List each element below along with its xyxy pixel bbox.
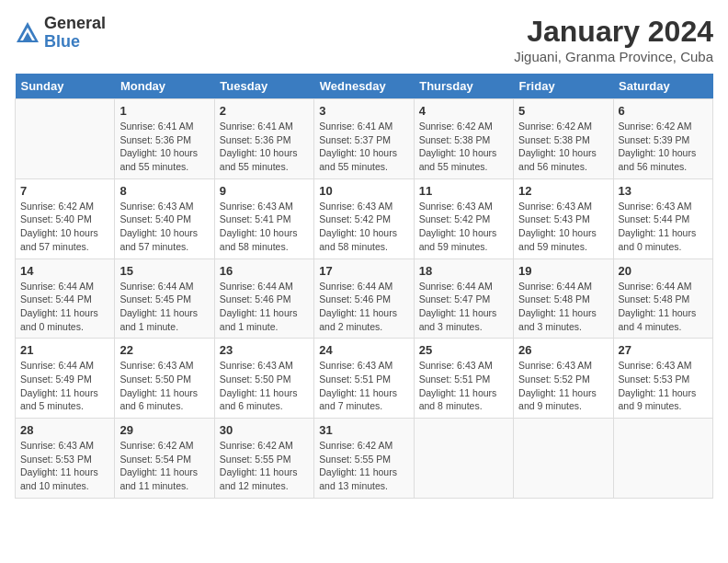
- day-info: Sunrise: 6:43 AMSunset: 5:51 PMDaylight:…: [419, 359, 508, 413]
- day-number: 12: [518, 184, 608, 198]
- location: Jiguani, Granma Province, Cuba: [514, 49, 713, 64]
- day-number: 29: [119, 423, 209, 437]
- day-number: 15: [119, 264, 209, 278]
- day-number: 17: [319, 264, 408, 278]
- logo: General Blue: [15, 15, 106, 52]
- logo-blue-label: Blue: [44, 33, 106, 52]
- calendar-table: SundayMondayTuesdayWednesdayThursdayFrid…: [15, 74, 713, 499]
- day-number: 9: [220, 184, 309, 198]
- day-info: Sunrise: 6:44 AMSunset: 5:46 PMDaylight:…: [220, 280, 309, 334]
- week-row-1: 1Sunrise: 6:41 AMSunset: 5:36 PMDaylight…: [16, 99, 713, 179]
- day-cell: 8Sunrise: 6:43 AMSunset: 5:40 PMDaylight…: [115, 178, 214, 259]
- page-header: General Blue January 2024 Jiguani, Granm…: [15, 15, 713, 64]
- day-info: Sunrise: 6:42 AMSunset: 5:55 PMDaylight:…: [220, 439, 309, 493]
- day-header-saturday: Saturday: [613, 74, 712, 99]
- day-cell: 10Sunrise: 6:43 AMSunset: 5:42 PMDayligh…: [314, 178, 414, 259]
- day-cell: 30Sunrise: 6:42 AMSunset: 5:55 PMDayligh…: [214, 419, 313, 499]
- day-info: Sunrise: 6:43 AMSunset: 5:53 PMDaylight:…: [619, 359, 708, 413]
- day-number: 25: [419, 343, 508, 357]
- day-cell: 16Sunrise: 6:44 AMSunset: 5:46 PMDayligh…: [214, 259, 313, 339]
- day-number: 8: [119, 184, 209, 198]
- day-number: 11: [419, 184, 508, 198]
- day-info: Sunrise: 6:43 AMSunset: 5:42 PMDaylight:…: [319, 200, 408, 254]
- day-cell: 24Sunrise: 6:43 AMSunset: 5:51 PMDayligh…: [314, 339, 414, 419]
- day-number: 31: [319, 423, 408, 437]
- day-header-wednesday: Wednesday: [314, 74, 414, 99]
- day-cell: 6Sunrise: 6:42 AMSunset: 5:39 PMDaylight…: [613, 99, 712, 179]
- day-info: Sunrise: 6:43 AMSunset: 5:44 PMDaylight:…: [619, 200, 708, 254]
- day-number: 22: [119, 343, 209, 357]
- day-info: Sunrise: 6:44 AMSunset: 5:48 PMDaylight:…: [619, 280, 708, 334]
- day-number: 4: [419, 104, 508, 118]
- day-cell: 1Sunrise: 6:41 AMSunset: 5:36 PMDaylight…: [115, 99, 214, 179]
- day-info: Sunrise: 6:43 AMSunset: 5:43 PMDaylight:…: [518, 200, 608, 254]
- day-info: Sunrise: 6:42 AMSunset: 5:55 PMDaylight:…: [319, 439, 408, 493]
- day-header-thursday: Thursday: [414, 74, 513, 99]
- day-info: Sunrise: 6:43 AMSunset: 5:52 PMDaylight:…: [518, 359, 608, 413]
- day-number: 18: [419, 264, 508, 278]
- day-number: 14: [20, 264, 109, 278]
- day-info: Sunrise: 6:43 AMSunset: 5:53 PMDaylight:…: [20, 439, 109, 493]
- day-number: 7: [20, 184, 109, 198]
- logo-text: General Blue: [44, 15, 106, 52]
- day-cell: 11Sunrise: 6:43 AMSunset: 5:42 PMDayligh…: [414, 178, 513, 259]
- day-number: 28: [20, 423, 109, 437]
- day-number: 20: [619, 264, 708, 278]
- day-cell: 27Sunrise: 6:43 AMSunset: 5:53 PMDayligh…: [613, 339, 712, 419]
- day-number: 5: [518, 104, 608, 118]
- week-row-3: 14Sunrise: 6:44 AMSunset: 5:44 PMDayligh…: [16, 259, 713, 339]
- day-number: 13: [619, 184, 708, 198]
- day-header-monday: Monday: [115, 74, 214, 99]
- day-cell: [514, 419, 613, 499]
- day-cell: 13Sunrise: 6:43 AMSunset: 5:44 PMDayligh…: [613, 178, 712, 259]
- day-number: 6: [619, 104, 708, 118]
- day-info: Sunrise: 6:44 AMSunset: 5:48 PMDaylight:…: [518, 280, 608, 334]
- day-cell: 29Sunrise: 6:42 AMSunset: 5:54 PMDayligh…: [115, 419, 214, 499]
- day-info: Sunrise: 6:41 AMSunset: 5:36 PMDaylight:…: [220, 120, 309, 174]
- day-number: 16: [220, 264, 309, 278]
- week-row-5: 28Sunrise: 6:43 AMSunset: 5:53 PMDayligh…: [16, 419, 713, 499]
- day-cell: 26Sunrise: 6:43 AMSunset: 5:52 PMDayligh…: [514, 339, 613, 419]
- day-cell: 7Sunrise: 6:42 AMSunset: 5:40 PMDaylight…: [16, 178, 115, 259]
- day-info: Sunrise: 6:43 AMSunset: 5:42 PMDaylight:…: [419, 200, 508, 254]
- month-title: January 2024: [514, 15, 713, 49]
- day-info: Sunrise: 6:42 AMSunset: 5:38 PMDaylight:…: [419, 120, 508, 174]
- day-cell: [16, 99, 115, 179]
- day-info: Sunrise: 6:44 AMSunset: 5:49 PMDaylight:…: [20, 359, 109, 413]
- day-cell: 21Sunrise: 6:44 AMSunset: 5:49 PMDayligh…: [16, 339, 115, 419]
- day-info: Sunrise: 6:41 AMSunset: 5:37 PMDaylight:…: [319, 120, 408, 174]
- day-cell: 17Sunrise: 6:44 AMSunset: 5:46 PMDayligh…: [314, 259, 414, 339]
- day-info: Sunrise: 6:43 AMSunset: 5:40 PMDaylight:…: [119, 200, 209, 254]
- day-number: 24: [319, 343, 408, 357]
- day-cell: 14Sunrise: 6:44 AMSunset: 5:44 PMDayligh…: [16, 259, 115, 339]
- day-info: Sunrise: 6:44 AMSunset: 5:45 PMDaylight:…: [119, 280, 209, 334]
- day-number: 30: [220, 423, 309, 437]
- day-info: Sunrise: 6:44 AMSunset: 5:47 PMDaylight:…: [419, 280, 508, 334]
- day-info: Sunrise: 6:43 AMSunset: 5:51 PMDaylight:…: [319, 359, 408, 413]
- day-header-tuesday: Tuesday: [214, 74, 313, 99]
- day-number: 21: [20, 343, 109, 357]
- day-cell: 18Sunrise: 6:44 AMSunset: 5:47 PMDayligh…: [414, 259, 513, 339]
- day-header-friday: Friday: [514, 74, 613, 99]
- day-info: Sunrise: 6:43 AMSunset: 5:50 PMDaylight:…: [119, 359, 209, 413]
- day-info: Sunrise: 6:42 AMSunset: 5:54 PMDaylight:…: [119, 439, 209, 493]
- day-number: 10: [319, 184, 408, 198]
- day-number: 23: [220, 343, 309, 357]
- days-header-row: SundayMondayTuesdayWednesdayThursdayFrid…: [16, 74, 713, 99]
- day-info: Sunrise: 6:42 AMSunset: 5:38 PMDaylight:…: [518, 120, 608, 174]
- week-row-2: 7Sunrise: 6:42 AMSunset: 5:40 PMDaylight…: [16, 178, 713, 259]
- day-number: 26: [518, 343, 608, 357]
- day-cell: 3Sunrise: 6:41 AMSunset: 5:37 PMDaylight…: [314, 99, 414, 179]
- day-cell: 23Sunrise: 6:43 AMSunset: 5:50 PMDayligh…: [214, 339, 313, 419]
- week-row-4: 21Sunrise: 6:44 AMSunset: 5:49 PMDayligh…: [16, 339, 713, 419]
- day-number: 2: [220, 104, 309, 118]
- day-info: Sunrise: 6:44 AMSunset: 5:46 PMDaylight:…: [319, 280, 408, 334]
- day-number: 27: [619, 343, 708, 357]
- day-cell: 19Sunrise: 6:44 AMSunset: 5:48 PMDayligh…: [514, 259, 613, 339]
- day-cell: 22Sunrise: 6:43 AMSunset: 5:50 PMDayligh…: [115, 339, 214, 419]
- day-cell: 4Sunrise: 6:42 AMSunset: 5:38 PMDaylight…: [414, 99, 513, 179]
- title-block: January 2024 Jiguani, Granma Province, C…: [514, 15, 713, 64]
- day-info: Sunrise: 6:42 AMSunset: 5:40 PMDaylight:…: [20, 200, 109, 254]
- day-cell: 15Sunrise: 6:44 AMSunset: 5:45 PMDayligh…: [115, 259, 214, 339]
- day-cell: 31Sunrise: 6:42 AMSunset: 5:55 PMDayligh…: [314, 419, 414, 499]
